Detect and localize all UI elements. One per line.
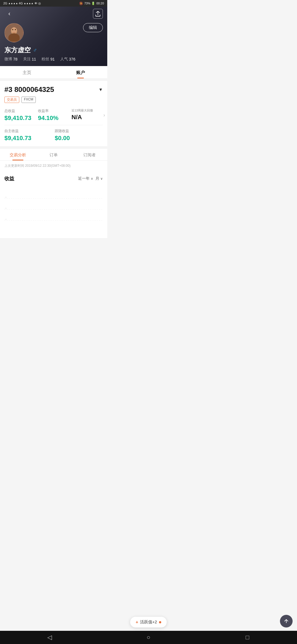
following-stat: 关注 11 (23, 57, 36, 62)
update-time: 上次更新时间 2019/09/12 22:30(GMT+08:00) (0, 161, 107, 171)
dropdown-arrow-icon[interactable]: ▼ (98, 87, 103, 92)
self-profit-cell: 自主收益 $9,410.73 (4, 129, 53, 142)
chart-area: -- -- -- (4, 187, 103, 231)
popularity-stat: 人气 376 (60, 57, 75, 62)
analysis-tab-bar: 交易分析 订单 订阅者 (0, 149, 107, 161)
max-drawdown-cell: 近13周最大回撤 N/A › (72, 108, 103, 122)
avatar-image (5, 24, 23, 42)
svg-text:--: -- (5, 206, 7, 209)
tab-orders[interactable]: 订单 (36, 149, 72, 160)
stats-row-2: 自主收益 $9,410.73 跟随收益 $0.00 (4, 129, 103, 142)
chart-title: 收益 (4, 175, 14, 182)
svg-text:--: -- (5, 195, 7, 198)
svg-text:--: -- (5, 217, 7, 220)
self-profit-value: $9,410.73 (4, 135, 53, 142)
status-right: 🔕 73% 🔋 00:20 (79, 2, 104, 5)
weibo-stat: 微博 78 (4, 57, 18, 62)
followers-stat: 粉丝 91 (42, 57, 55, 62)
max-drawdown-label: 近13周最大回撤 (72, 108, 103, 113)
self-profit-label: 自主收益 (4, 129, 53, 133)
account-section: #3 8000064325 ▼ 交易员 FXCM 总收益 $9,410.73 收… (0, 81, 107, 146)
svg-point-5 (15, 29, 16, 30)
account-tags: 交易员 FXCM (4, 97, 103, 103)
svg-point-3 (12, 27, 17, 33)
svg-point-2 (8, 33, 20, 42)
period-filter[interactable]: 近一年 ∨ (78, 176, 93, 181)
max-drawdown-value: N/A (72, 114, 103, 121)
svg-point-4 (12, 29, 13, 30)
gender-icon: ♂ (33, 47, 37, 53)
username-row: 东方虚空 ♂ (4, 46, 103, 54)
status-signal: 2G ▲▲▲▲ 4G ▲▲▲▲ 👁 ◎ (3, 2, 41, 5)
profit-rate-label: 收益率 (38, 108, 69, 113)
granularity-filter[interactable]: 月 ∨ (95, 176, 103, 181)
follow-profit-value: $0.00 (55, 135, 103, 142)
profile-stats-row: 微博 78 关注 11 粉丝 91 人气 376 (4, 57, 103, 62)
tab-analysis[interactable]: 交易分析 (0, 149, 36, 160)
granularity-filter-arrow-icon: ∨ (100, 177, 103, 181)
username: 东方虚空 (4, 46, 31, 54)
back-button[interactable]: ‹ (4, 9, 14, 19)
avatar (4, 23, 24, 42)
tab-home[interactable]: 主页 (0, 66, 54, 78)
period-filter-arrow-icon: ∨ (91, 177, 93, 181)
profit-rate-value: 94.10% (38, 114, 69, 122)
stats-row-1: 总收益 $9,410.73 收益率 94.10% 近13周最大回撤 N/A › (4, 108, 103, 122)
profit-rate-cell: 收益率 94.10% (38, 108, 69, 122)
header-nav: ‹ (4, 9, 103, 19)
chart-header: 收益 近一年 ∨ 月 ∨ (4, 175, 103, 182)
status-bar: 2G ▲▲▲▲ 4G ▲▲▲▲ 👁 ◎ 🔕 73% 🔋 00:20 (0, 0, 107, 7)
follow-profit-label: 跟随收益 (55, 129, 103, 133)
chart-section: 收益 近一年 ∨ 月 ∨ -- -- -- (0, 171, 107, 238)
account-id-row: #3 8000064325 ▼ (4, 85, 103, 94)
total-profit-value: $9,410.73 (4, 114, 36, 122)
main-tab-bar: 主页 账户 (0, 66, 107, 79)
profile-header: ‹ 编辑 东方虚空 ♂ (0, 7, 107, 66)
stat-divider (4, 125, 103, 125)
broker-tag: FXCM (21, 97, 36, 103)
trader-tag: 交易员 (4, 97, 19, 103)
share-button[interactable] (93, 9, 103, 19)
tab-subscribers[interactable]: 订阅者 (72, 149, 107, 160)
tab-account[interactable]: 账户 (54, 66, 107, 78)
analysis-tabs-container: 交易分析 订单 订阅者 上次更新时间 2019/09/12 22:30(GMT+… (0, 148, 107, 171)
follow-profit-cell: 跟随收益 $0.00 (55, 129, 103, 142)
chart-filters: 近一年 ∨ 月 ∨ (78, 176, 103, 181)
total-profit-label: 总收益 (4, 108, 36, 113)
edit-button[interactable]: 编辑 (83, 23, 103, 32)
profile-row: 编辑 (4, 23, 103, 42)
account-id: #3 8000064325 (4, 85, 54, 94)
stats-arrow-icon[interactable]: › (103, 112, 105, 118)
total-profit-cell: 总收益 $9,410.73 (4, 108, 36, 122)
